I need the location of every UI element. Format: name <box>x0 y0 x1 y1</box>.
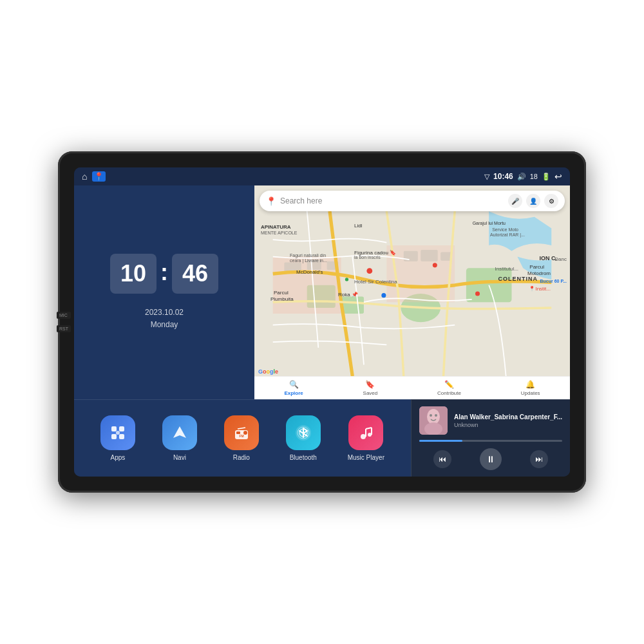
svg-rect-15 <box>111 426 117 431</box>
svg-rect-18 <box>119 434 124 439</box>
date-line2: Monday <box>145 319 184 331</box>
app-item-bluetooth[interactable]: Bluetooth <box>286 415 321 461</box>
map-label-institutului: Institutul... <box>495 266 518 272</box>
music-controls: ⏮ ⏸ ⏭ <box>419 448 562 470</box>
map-label-roka: Roka 📌 <box>338 292 358 298</box>
explore-label: Explore <box>284 390 303 396</box>
map-label-mcdonalds: McDonald's <box>296 269 323 275</box>
map-label-parcul-mot: Parcul <box>529 264 544 270</box>
wifi-icon: ▽ <box>484 173 489 181</box>
svg-point-11 <box>433 263 437 267</box>
main-screen: ⌂ 📍 ▽ 10:46 🔊 18 🔋 ↩ 10 : 46 <box>74 167 570 477</box>
map-label-service: Service Moto <box>492 227 518 232</box>
map-bottom-bar: 🔍 Explore 🔖 Saved ✏️ Contribute 🔔 <box>254 376 570 399</box>
map-label-plumbuita: Plumbuita <box>270 296 294 302</box>
map-explore-tab[interactable]: 🔍 Explore <box>284 380 303 396</box>
status-time: 10:46 <box>493 172 513 181</box>
explore-icon: 🔍 <box>289 380 299 389</box>
map-label-motodrom: Motodrom <box>527 270 551 276</box>
radio-icon: FM <box>224 415 259 450</box>
svg-point-10 <box>366 268 372 274</box>
date-widget: 2023.10.02 Monday <box>145 307 184 331</box>
bluetooth-icon <box>286 415 321 450</box>
map-label-parcul: Parcul <box>274 290 289 296</box>
map-contribute-tab[interactable]: ✏️ Contribute <box>437 380 461 396</box>
svg-line-32 <box>366 428 372 429</box>
updates-icon: 🔔 <box>526 380 535 389</box>
map-label-apinatura: APINATURA <box>261 224 291 230</box>
google-maps-icon: 📍 <box>266 196 276 206</box>
music-player-label: Music Player <box>348 454 384 461</box>
music-progress-bar[interactable] <box>419 440 562 442</box>
left-panel: 10 : 46 2023.10.02 Monday <box>74 185 254 399</box>
map-label-bucu: Bucur 60 P... <box>540 279 567 283</box>
app-item-navi[interactable]: Navi <box>162 415 197 461</box>
map-label-faguri: Faguri naturali din <box>290 253 326 258</box>
svg-point-13 <box>381 293 386 298</box>
apps-label: Apps <box>111 454 126 461</box>
mic-label: MIC <box>57 312 71 319</box>
map-search-actions: 🎤 👤 ⚙ <box>508 194 558 208</box>
maps-icon[interactable]: 📍 <box>92 171 106 182</box>
svg-point-19 <box>116 431 120 435</box>
app-item-music[interactable]: Music Player <box>348 415 384 461</box>
map-label-mente: MENTE APICOLE <box>261 231 297 235</box>
svg-point-12 <box>475 291 480 296</box>
map-label-colentina: COLENTINA <box>498 276 538 282</box>
map-updates-tab[interactable]: 🔔 Updates <box>521 380 540 396</box>
music-title: Alan Walker_Sabrina Carpenter_F... <box>454 413 562 421</box>
status-right-info: ▽ 10:46 🔊 18 🔋 ↩ <box>484 171 562 182</box>
svg-point-37 <box>430 414 432 417</box>
map-saved-tab[interactable]: 🔖 Saved <box>363 380 378 396</box>
clock-minutes: 46 <box>172 254 218 294</box>
navi-icon <box>162 415 197 450</box>
clock-hours: 10 <box>110 254 156 294</box>
svg-point-23 <box>243 431 247 435</box>
svg-rect-7 <box>404 251 418 261</box>
app-item-radio[interactable]: FM Radio <box>224 415 259 461</box>
svg-point-14 <box>345 278 348 281</box>
clock-colon: : <box>160 259 168 286</box>
music-top: Alan Walker_Sabrina Carpenter_F... Unkno… <box>419 406 562 435</box>
voice-search-icon[interactable]: 🎤 <box>508 194 522 208</box>
battery-icon: 🔋 <box>542 173 551 181</box>
svg-point-35 <box>427 409 440 424</box>
map-pin-inst: 📍Instit... <box>529 286 551 292</box>
svg-line-24 <box>238 428 245 429</box>
play-pause-button[interactable]: ⏸ <box>480 448 502 470</box>
svg-text:FM: FM <box>239 434 243 438</box>
map-panel[interactable]: 📍 Search here 🎤 👤 ⚙ <box>254 185 570 399</box>
music-progress-fill <box>419 440 462 442</box>
map-label-hotel: Hotel Sir Colentina <box>354 279 397 285</box>
clock-widget: 10 : 46 <box>110 254 218 294</box>
map-label-lidl: Lidl <box>354 223 362 229</box>
apps-icon <box>100 415 135 450</box>
more-options-icon[interactable]: ⚙ <box>544 194 558 208</box>
home-icon[interactable]: ⌂ <box>82 171 87 182</box>
prev-button[interactable]: ⏮ <box>433 450 451 468</box>
music-player-widget: Alan Walker_Sabrina Carpenter_F... Unkno… <box>411 399 570 477</box>
account-icon[interactable]: 👤 <box>526 194 540 208</box>
svg-rect-8 <box>421 250 437 261</box>
next-button[interactable]: ⏭ <box>530 450 548 468</box>
map-label-garaj: Garajul lui Mortu <box>473 221 506 225</box>
album-art-image <box>419 406 448 435</box>
side-buttons: MIC RST <box>57 312 71 332</box>
svg-point-29 <box>361 434 366 439</box>
music-player-icon <box>348 415 383 450</box>
svg-marker-20 <box>173 426 186 438</box>
status-bar: ⌂ 📍 ▽ 10:46 🔊 18 🔋 ↩ <box>74 167 570 185</box>
status-left-icons: ⌂ 📍 <box>82 171 106 182</box>
music-artist: Unknown <box>454 422 562 428</box>
map-label-danc: Danc <box>554 256 567 262</box>
battery-value: 18 <box>530 173 538 180</box>
svg-point-38 <box>435 414 437 417</box>
app-item-apps[interactable]: Apps <box>100 415 135 461</box>
map-search-bar[interactable]: 📍 Search here 🎤 👤 ⚙ <box>260 191 565 211</box>
google-logo: Google <box>258 368 278 375</box>
back-icon[interactable]: ↩ <box>554 171 562 182</box>
saved-icon: 🔖 <box>365 380 375 389</box>
contribute-icon: ✏️ <box>444 380 454 389</box>
music-info: Alan Walker_Sabrina Carpenter_F... Unkno… <box>454 413 562 428</box>
car-head-unit: MIC RST ⌂ 📍 ▽ 10:46 🔊 18 🔋 ↩ <box>58 151 586 493</box>
